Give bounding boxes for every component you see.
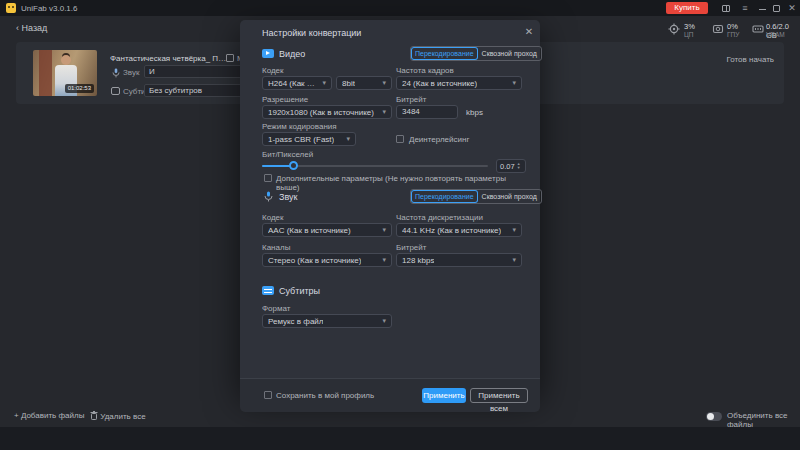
thumbnail-art <box>39 50 52 96</box>
duration-badge: 01:02:53 <box>65 84 94 93</box>
subtitles-section-icon <box>262 286 274 295</box>
chevron-down-icon: ▾ <box>512 256 516 264</box>
audio-mode-toggle: Перекодирование Сквозной проход <box>410 189 542 204</box>
bits-per-pixel-label: Бит/Пикселей <box>262 150 313 159</box>
close-icon[interactable]: ✕ <box>786 3 798 13</box>
chevron-down-icon: ▾ <box>382 317 386 325</box>
video-bitdepth-select[interactable]: 8bit ▾ <box>336 76 392 90</box>
extra-params-checkbox[interactable] <box>264 174 272 182</box>
audio-mode-passthrough[interactable]: Сквозной проход <box>478 190 541 203</box>
encode-mode-label: Режим кодирования <box>262 122 337 131</box>
video-codec-value: H264 (Как в источнике) <box>268 79 318 88</box>
video-mode-passthrough[interactable]: Сквозной проход <box>478 47 541 60</box>
delete-all-button[interactable]: Удалить все <box>90 411 146 421</box>
bits-per-pixel-spinbox[interactable]: 0.07 ▴▾ <box>496 159 526 173</box>
subtitle-track-value: Без субтитров <box>149 85 202 96</box>
toggle-knob <box>707 413 714 420</box>
gift-icon[interactable] <box>720 3 732 13</box>
video-bitdepth-value: 8bit <box>342 79 355 88</box>
audio-samplerate-value: 44.1 KHz (Как в источнике) <box>402 226 501 235</box>
chevron-down-icon: ▾ <box>322 79 326 87</box>
memory-usage-label: VRAM <box>766 31 785 38</box>
audio-bitrate-label: Битрейт <box>396 243 426 252</box>
subtitle-format-select[interactable]: Ремукс в файл ▾ <box>262 314 392 328</box>
gpu-icon <box>712 23 724 35</box>
video-thumbnail[interactable]: 01:02:53 <box>33 50 97 96</box>
encode-mode-select[interactable]: 1-pass CBR (Fast) ▾ <box>262 132 356 146</box>
video-codec-select[interactable]: H264 (Как в источнике) ▾ <box>262 76 332 90</box>
cpu-usage-value: 3% <box>684 22 695 31</box>
audio-channels-label: Каналы <box>262 243 290 252</box>
chevron-down-icon: ▾ <box>382 108 386 116</box>
file-title: Фантастическая четвёрка_ Первые ша... <box>110 54 228 63</box>
file-status: Готов начать <box>684 55 774 64</box>
app-window: UniFab v3.0.1.6 Купить ≡ ✕ 3% ЦП 0% ГПУ … <box>0 0 800 450</box>
app-title: UniFab v3.0.1.6 <box>21 4 77 13</box>
audio-track-label: Звук <box>123 68 139 77</box>
audio-samplerate-select[interactable]: 44.1 KHz (Как в источнике) ▾ <box>396 223 522 237</box>
bits-per-pixel-slider[interactable] <box>262 165 488 167</box>
bottom-bar: Сохранить в: В папку источника ▾ Заверше… <box>0 427 800 450</box>
chevron-down-icon: ▾ <box>512 79 516 87</box>
buy-button[interactable]: Купить <box>666 2 708 14</box>
chevron-down-icon: ▾ <box>512 226 516 234</box>
audio-channels-select[interactable]: Стерео (Как в источнике) ▾ <box>262 253 392 267</box>
subtitle-format-value: Ремукс в файл <box>268 317 323 326</box>
edit-title-icon[interactable] <box>226 54 234 62</box>
video-framerate-label: Частота кадров <box>396 66 454 75</box>
back-label: Назад <box>22 23 48 33</box>
dialog-title: Настройки конвертации <box>262 28 361 38</box>
microphone-icon <box>112 68 120 78</box>
deinterlace-checkbox[interactable] <box>396 135 404 143</box>
save-profile-checkbox[interactable] <box>264 391 272 399</box>
video-resolution-select[interactable]: 1920x1080 (Как в источнике) ▾ <box>262 105 392 119</box>
spinner-arrows-icon[interactable]: ▴▾ <box>518 162 520 170</box>
video-section-icon <box>262 49 274 58</box>
apply-button[interactable]: Применить <box>422 388 466 403</box>
video-section-label: Видео <box>279 49 305 59</box>
memory-icon <box>752 23 764 35</box>
video-bitrate-unit: kbps <box>466 108 483 117</box>
audio-codec-value: AAC (Как в источнике) <box>268 226 351 235</box>
audio-codec-label: Кодек <box>262 213 284 222</box>
audio-bitrate-select[interactable]: 128 kbps ▾ <box>396 253 522 267</box>
video-codec-label: Кодек <box>262 66 284 75</box>
subtitle-track-icon <box>111 87 120 95</box>
menu-icon[interactable]: ≡ <box>739 3 751 13</box>
audio-bitrate-value: 128 kbps <box>402 256 434 265</box>
dialog-footer: Сохранить в мой профиль Применить Примен… <box>240 378 540 412</box>
titlebar: UniFab v3.0.1.6 Купить ≡ ✕ <box>0 0 800 16</box>
chevron-down-icon: ▾ <box>346 135 350 143</box>
delete-all-label: Удалить все <box>100 412 145 421</box>
encode-mode-value: 1-pass CBR (Fast) <box>268 135 334 144</box>
video-framerate-value: 24 (Как в источнике) <box>402 79 477 88</box>
video-resolution-label: Разрешение <box>262 95 308 104</box>
plus-icon: + <box>14 411 19 420</box>
audio-track-value: И <box>149 66 155 77</box>
add-files-label: Добавить файлы <box>21 411 85 420</box>
apply-all-button[interactable]: Применить всем <box>470 388 528 403</box>
minimize-icon[interactable] <box>756 3 768 13</box>
cpu-icon <box>668 23 680 35</box>
audio-mode-transcode[interactable]: Перекодирование <box>411 190 478 203</box>
video-framerate-select[interactable]: 24 (Как в источнике) ▾ <box>396 76 522 90</box>
video-bitrate-input[interactable]: 3484 <box>396 105 458 119</box>
audio-samplerate-label: Частота дискретизации <box>396 213 483 222</box>
bits-per-pixel-value: 0.07 <box>500 162 515 171</box>
video-mode-transcode[interactable]: Перекодирование <box>411 47 478 60</box>
gpu-usage-label: ГПУ <box>727 31 739 38</box>
back-arrow-icon: ‹ <box>16 23 19 33</box>
dialog-close-icon[interactable]: ✕ <box>522 25 536 39</box>
video-mode-toggle: Перекодирование Сквозной проход <box>410 46 542 61</box>
thumbnail-person <box>61 55 71 65</box>
add-files-button[interactable]: + Добавить файлы <box>14 411 84 420</box>
slider-knob[interactable] <box>289 161 298 170</box>
subtitle-format-label: Формат <box>262 304 290 313</box>
audio-codec-select[interactable]: AAC (Как в источнике) ▾ <box>262 223 392 237</box>
back-button[interactable]: ‹ Назад <box>16 23 47 33</box>
maximize-icon[interactable] <box>770 3 782 13</box>
audio-section-label: Звук <box>279 192 297 202</box>
chevron-down-icon: ▾ <box>382 226 386 234</box>
merge-files-toggle[interactable] <box>706 412 722 421</box>
conversion-settings-dialog: Настройки конвертации ✕ Видео Перекодиро… <box>240 20 540 392</box>
